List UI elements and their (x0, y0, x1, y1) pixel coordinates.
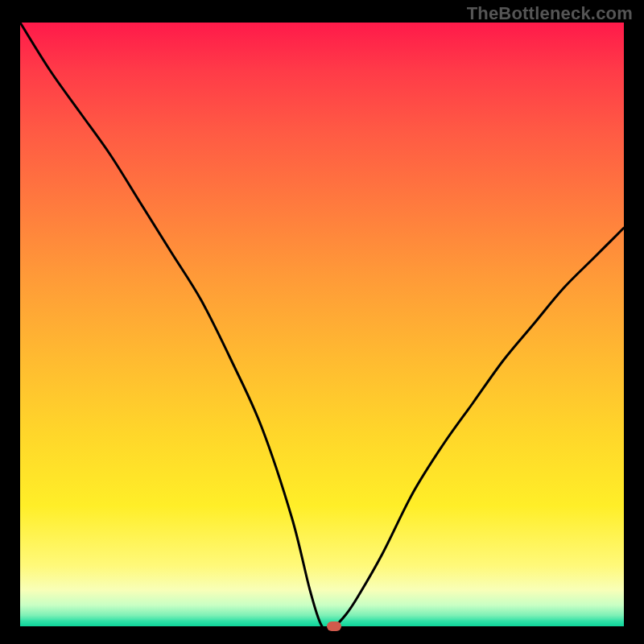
bottleneck-curve (20, 23, 624, 626)
plot-area (20, 23, 624, 626)
optimum-marker (327, 621, 341, 631)
watermark-text: TheBottleneck.com (467, 3, 633, 24)
chart-frame: TheBottleneck.com (0, 0, 644, 644)
